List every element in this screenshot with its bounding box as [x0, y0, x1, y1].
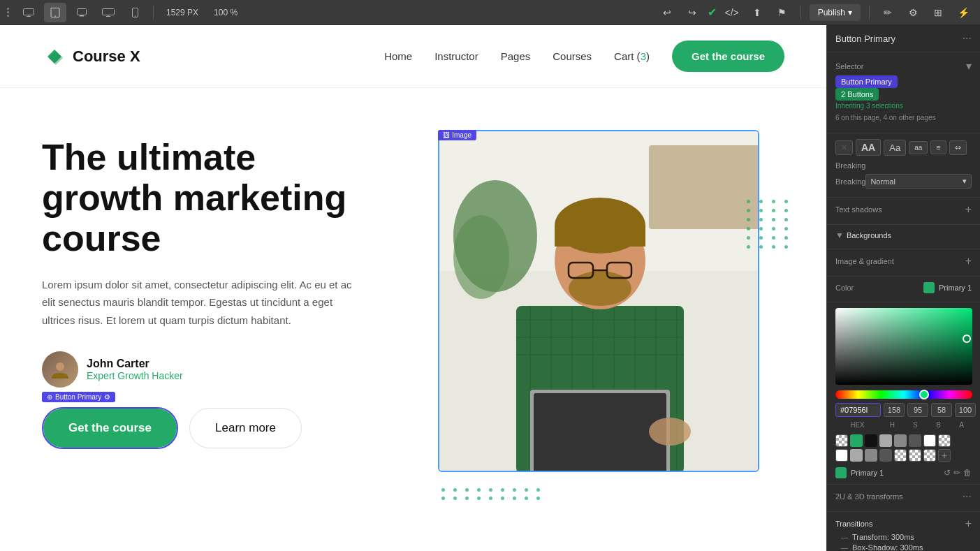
settings-btn[interactable]: ⚙	[903, 3, 923, 22]
device-monitor-btn[interactable]	[71, 3, 93, 22]
swatch-gray2[interactable]	[894, 434, 907, 447]
image-gradient-section: Image & gradient +	[827, 249, 980, 277]
swatch-gray3[interactable]	[909, 434, 921, 447]
device-desktop-btn[interactable]	[17, 3, 40, 22]
svg-rect-0	[24, 8, 34, 15]
text-shadows-add-btn[interactable]: +	[965, 203, 972, 216]
text-shadows-label: Text shadows	[835, 205, 882, 214]
nav-cta-button[interactable]: Get the course	[672, 41, 784, 72]
top-toolbar: 1529 PX 100 % ↩ ↪ ✔ </> ⬆ ⚑ Publish ▾ ✏ …	[0, 0, 980, 25]
swatch-add-btn[interactable]: +	[938, 449, 951, 462]
a-input[interactable]	[955, 403, 976, 417]
resolution-display: 1529 PX	[166, 8, 198, 17]
selector-add-btn[interactable]: ▾	[966, 59, 972, 73]
ts-align-btn[interactable]: ≡	[930, 140, 946, 154]
cursor-icon: ⊕	[47, 393, 52, 401]
swatch-gray4[interactable]	[850, 449, 863, 462]
hue-slider[interactable]	[835, 390, 972, 399]
swatch-transparent[interactable]	[835, 434, 848, 447]
share-btn[interactable]: ⬆	[747, 3, 767, 22]
backgrounds-label: Backgrounds	[847, 231, 891, 240]
image-gradient-label: Image & gradient	[835, 257, 894, 265]
swatches-grid: +	[835, 434, 972, 462]
breaking-dropdown[interactable]: Normal ▾	[865, 174, 972, 189]
hero-right: 🖼 Image	[414, 116, 785, 521]
svg-rect-11	[649, 145, 759, 229]
image-icon: 🖼	[443, 131, 450, 139]
code-btn[interactable]: </>	[722, 3, 742, 22]
site-logo: Course X	[42, 44, 140, 69]
transitions-add-btn[interactable]: +	[965, 517, 972, 530]
ts-clear-btn[interactable]: ✕	[835, 140, 853, 155]
image-gradient-add-btn[interactable]: +	[965, 255, 972, 267]
transition-items: — Transform: 300ms — Box-Shadow: 300ms —…	[835, 533, 972, 551]
swatch-black[interactable]	[865, 434, 877, 447]
transforms-more-btn[interactable]: ···	[963, 490, 972, 503]
named-color-swatch[interactable]	[835, 467, 847, 478]
transition-value-1: Transform: 300ms	[852, 533, 914, 541]
status-check: ✔	[708, 6, 717, 19]
s-input[interactable]	[907, 403, 928, 417]
swatch-gray1[interactable]	[879, 434, 892, 447]
capitalize-row: Breaking	[835, 161, 972, 170]
named-color-delete-btn[interactable]: 🗑	[963, 468, 972, 478]
swatch-gray5[interactable]	[865, 449, 877, 462]
selector-button-primary[interactable]: Button Primary	[835, 75, 898, 88]
b-input[interactable]	[931, 403, 952, 417]
chevron-icon: ▾	[963, 177, 967, 186]
hero-image	[438, 130, 759, 472]
nav-cart[interactable]: Cart (3)	[614, 50, 650, 62]
svg-point-7	[134, 15, 136, 17]
named-color-edit-btn[interactable]: ✏	[953, 468, 960, 478]
swatch-checked4[interactable]	[923, 449, 936, 462]
undo-btn[interactable]: ↩	[657, 3, 677, 22]
swatch-white2[interactable]	[835, 449, 848, 462]
hex-input[interactable]	[835, 403, 881, 417]
nav-home[interactable]: Home	[384, 50, 412, 62]
transforms-label: 2U & 3D transforms	[835, 492, 903, 501]
hero-description: Lorem ipsum dolor sit amet, consectetur …	[42, 276, 363, 330]
named-color-refresh-btn[interactable]: ↺	[944, 468, 951, 478]
zoom-display: 100 %	[214, 8, 237, 17]
swatch-green[interactable]	[850, 434, 863, 447]
swatch-checked3[interactable]	[909, 449, 921, 462]
dots-bottom	[441, 488, 543, 500]
hue-handle[interactable]	[919, 390, 929, 399]
swatch-white[interactable]	[923, 434, 936, 447]
ts-spacing-btn[interactable]: ⇔	[949, 140, 967, 155]
ts-uppercase-btn[interactable]: AA	[856, 139, 881, 156]
h-input[interactable]	[884, 403, 905, 417]
nav-courses[interactable]: Courses	[553, 50, 592, 62]
flash-btn[interactable]: ⚡	[953, 3, 973, 22]
text-style-row: ✕ AA Aa aa ≡ ⇔	[835, 139, 972, 156]
nav-pages[interactable]: Pages	[501, 50, 531, 62]
nav-instructor[interactable]: Instructor	[434, 50, 478, 62]
svg-point-13	[453, 215, 509, 299]
flag-btn[interactable]: ⚑	[773, 3, 792, 22]
swatch-checked2[interactable]	[894, 449, 907, 462]
resize-btn[interactable]: ⊞	[928, 3, 948, 22]
pen-btn[interactable]: ✏	[878, 3, 898, 22]
device-mobile-btn[interactable]	[124, 3, 146, 22]
redo-btn[interactable]: ↪	[682, 3, 702, 22]
text-shadows-section: Text shadows +	[827, 198, 980, 225]
color-swatch-preview[interactable]	[923, 282, 935, 293]
learn-more-button[interactable]: Learn more	[189, 408, 302, 448]
device-wide-btn[interactable]	[97, 3, 119, 22]
device-tablet-btn[interactable]	[44, 3, 66, 22]
selector-section: Selector ▾ Button Primary 2 Buttons Inhe…	[827, 52, 980, 133]
ts-capitalize-btn[interactable]: Aa	[884, 140, 906, 156]
get-course-button[interactable]: Get the course	[43, 409, 177, 448]
s-label: S	[905, 421, 926, 429]
panel-options-btn[interactable]: ···	[963, 32, 972, 45]
swatch-gray6[interactable]	[879, 449, 892, 462]
selector-buttons[interactable]: 2 Buttons	[835, 88, 879, 101]
avatar	[42, 351, 78, 388]
swatch-checked[interactable]	[938, 434, 951, 447]
color-picker-handle[interactable]	[963, 335, 971, 343]
ts-lowercase-btn[interactable]: aa	[909, 141, 928, 154]
gradient-picker[interactable]	[835, 308, 972, 385]
nav-links: Home Instructor Pages Courses Cart (3)	[384, 50, 650, 62]
svg-point-36	[649, 418, 691, 446]
publish-button[interactable]: Publish ▾	[810, 4, 861, 21]
